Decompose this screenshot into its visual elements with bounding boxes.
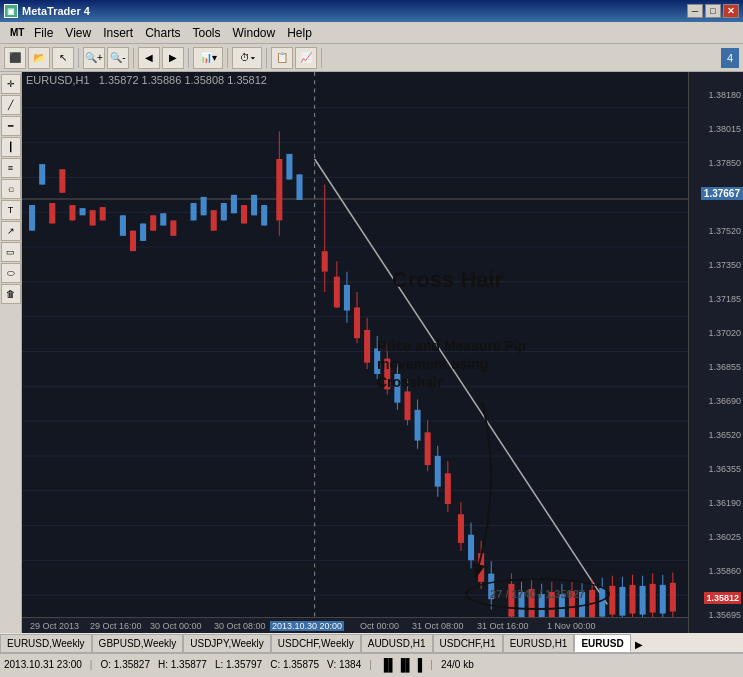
market-watch-toggle[interactable]: 4 <box>721 48 739 68</box>
svg-rect-118 <box>569 591 575 620</box>
time-label-6: 31 Oct 08:00 <box>412 621 464 631</box>
svg-rect-52 <box>211 210 217 230</box>
svg-rect-20 <box>29 205 35 231</box>
svg-rect-124 <box>599 588 605 617</box>
svg-rect-44 <box>160 213 166 225</box>
chart-values: 1.35872 1.35886 1.35808 1.35812 <box>99 74 267 86</box>
forward-icon[interactable]: ▶ <box>162 47 184 69</box>
zoom-in-icon[interactable]: 🔍+ <box>83 47 105 69</box>
minimize-button[interactable]: ─ <box>687 4 703 18</box>
svg-rect-100 <box>468 535 474 561</box>
tab-eurusd-active[interactable]: EURUSD <box>574 634 630 652</box>
tab-usdchf-h1[interactable]: USDCHF,H1 <box>433 634 503 652</box>
menu-tools[interactable]: Tools <box>187 22 227 43</box>
price-2: 1.38015 <box>708 124 741 134</box>
price-8: 1.37020 <box>708 328 741 338</box>
template-icon[interactable]: 📋 <box>271 47 293 69</box>
tab-audusd-h1[interactable]: AUDUSD,H1 <box>361 634 433 652</box>
line-icon[interactable]: ╱ <box>1 95 21 115</box>
svg-rect-138 <box>670 583 676 612</box>
maximize-button[interactable]: □ <box>705 4 721 18</box>
svg-rect-62 <box>261 205 267 225</box>
svg-rect-72 <box>322 251 328 271</box>
price-15: 1.35860 <box>708 566 741 576</box>
svg-rect-92 <box>425 432 431 465</box>
menu-view[interactable]: View <box>59 22 97 43</box>
ellipse-icon[interactable]: ⬭ <box>1 263 21 283</box>
title-bar: ▣ MetaTrader 4 ─ □ ✕ <box>0 0 743 22</box>
status-close: C: 1.35875 <box>270 659 319 670</box>
text-icon[interactable]: T <box>1 200 21 220</box>
toolbar: ⬛ 📂 ↖ 🔍+ 🔍- ◀ ▶ 📊▾ ⏱▾ 📋 📈 4 <box>0 44 743 72</box>
chart-info-bar: EURUSD,H1 1.35872 1.35886 1.35808 1.3581… <box>26 74 267 86</box>
price-11: 1.36520 <box>708 430 741 440</box>
crosshair-icon[interactable]: ✛ <box>1 74 21 94</box>
app-logo: MT <box>4 22 24 43</box>
menu-file[interactable]: File <box>28 22 59 43</box>
zoom-out-icon[interactable]: 🔍- <box>107 47 129 69</box>
svg-rect-40 <box>140 224 146 241</box>
svg-rect-120 <box>579 592 585 620</box>
svg-rect-22 <box>39 164 45 184</box>
svg-rect-30 <box>80 208 86 215</box>
price-10: 1.36690 <box>708 396 741 406</box>
app-icon: ▣ <box>4 4 18 18</box>
new-chart-icon[interactable]: ⬛ <box>4 47 26 69</box>
price-14: 1.36025 <box>708 532 741 542</box>
pointer-icon[interactable]: ↖ <box>52 47 74 69</box>
delete-icon[interactable]: 🗑 <box>1 284 21 304</box>
tab-usdjpy-weekly[interactable]: USDJPY,Weekly <box>183 634 271 652</box>
price-13: 1.36190 <box>708 498 741 508</box>
time-axis: 29 Oct 2013 29 Oct 16:00 30 Oct 00:00 30… <box>22 617 688 633</box>
svg-rect-65 <box>276 159 282 220</box>
arrow-icon[interactable]: ↗ <box>1 221 21 241</box>
time-label-4: 2013.10.30 20:00 <box>270 621 344 631</box>
svg-rect-96 <box>445 473 451 504</box>
chart-container[interactable]: EURUSD,H1 1.35872 1.35886 1.35808 1.3581… <box>22 72 688 633</box>
price-6: 1.37350 <box>708 260 741 270</box>
rect-icon[interactable]: ▭ <box>1 242 21 262</box>
indicator-icon[interactable]: 📈 <box>295 47 317 69</box>
svg-rect-0 <box>22 72 688 633</box>
tab-eurusd-weekly[interactable]: EURUSD,Weekly <box>0 634 92 652</box>
svg-rect-132 <box>640 586 646 615</box>
menu-bar: MT File View Insert Charts Tools Window … <box>0 22 743 44</box>
timeframe-icon[interactable]: ⏱▾ <box>232 47 262 69</box>
svg-rect-84 <box>384 359 390 390</box>
svg-rect-90 <box>415 410 421 441</box>
status-bars: 24/0 kb <box>441 659 474 670</box>
menu-help[interactable]: Help <box>281 22 318 43</box>
chart-svg <box>22 72 688 633</box>
time-label-8: 1 Nov 00:00 <box>547 621 596 631</box>
chart-type-icon[interactable]: 📊▾ <box>193 47 223 69</box>
status-volume: V: 1384 <box>327 659 361 670</box>
svg-rect-56 <box>231 195 237 213</box>
chart-symbol: EURUSD,H1 <box>26 74 90 86</box>
time-label-0: 29 Oct 2013 <box>30 621 79 631</box>
tab-gbpusd-weekly[interactable]: GBPUSD,Weekly <box>92 634 184 652</box>
tab-scroll-right[interactable]: ▶ <box>631 637 647 652</box>
menu-insert[interactable]: Insert <box>97 22 139 43</box>
svg-rect-67 <box>286 154 292 180</box>
svg-rect-69 <box>296 174 302 200</box>
current-price: 1.37667 <box>701 187 743 200</box>
svg-rect-106 <box>508 584 514 617</box>
vline-icon[interactable]: ┃ <box>1 137 21 157</box>
svg-rect-48 <box>191 203 197 220</box>
back-icon[interactable]: ◀ <box>138 47 160 69</box>
menu-window[interactable]: Window <box>227 22 282 43</box>
svg-rect-128 <box>619 587 625 616</box>
time-label-3: 30 Oct 08:00 <box>214 621 266 631</box>
svg-rect-60 <box>251 195 257 215</box>
price-axis: 1.38180 1.38015 1.37850 1.37667 1.37520 … <box>688 72 743 633</box>
hline-icon[interactable]: ━ <box>1 116 21 136</box>
open-icon[interactable]: 📂 <box>28 47 50 69</box>
svg-rect-24 <box>49 203 55 223</box>
tab-usdchf-weekly[interactable]: USDCHF,Weekly <box>271 634 361 652</box>
tab-eurusd-h1[interactable]: EURUSD,H1 <box>503 634 575 652</box>
svg-rect-136 <box>660 585 666 614</box>
close-button[interactable]: ✕ <box>723 4 739 18</box>
fib-icon[interactable]: ⟤ <box>1 179 21 199</box>
channel-icon[interactable]: ≡ <box>1 158 21 178</box>
menu-charts[interactable]: Charts <box>139 22 186 43</box>
